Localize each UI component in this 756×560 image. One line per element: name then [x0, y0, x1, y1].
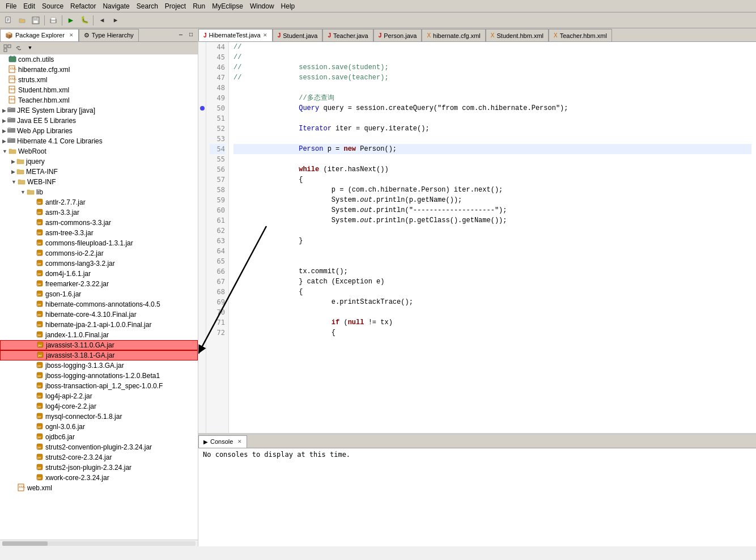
- tree-menu-btn[interactable]: ▼: [25, 43, 35, 53]
- tab-package-explorer[interactable]: 📦 Package Explorer ✕: [0, 29, 79, 41]
- console-close[interactable]: ✕: [237, 439, 242, 444]
- tab-hibernatetest[interactable]: J HibernateTest.java ✕: [198, 29, 273, 41]
- code-line[interactable]: tx.commit();: [233, 266, 751, 277]
- code-line[interactable]: System.out.println(p.getClass().getName(…: [233, 215, 751, 226]
- tree-item[interactable]: hbmTeacher.hbm.xml: [0, 95, 198, 105]
- code-line[interactable]: System.out.println("--------------------…: [233, 205, 751, 215]
- tree-item[interactable]: jarojdbc6.jar: [0, 432, 198, 442]
- menu-myeclipse[interactable]: MyEclipse: [209, 1, 247, 11]
- tree-item[interactable]: jarxwork-core-2.3.24.jar: [0, 473, 198, 483]
- folder-arrow[interactable]: ▶: [11, 169, 15, 175]
- code-line[interactable]: //: [233, 42, 751, 52]
- tree-item[interactable]: ▼WebRoot: [0, 146, 198, 156]
- tree-item[interactable]: ▼WEB-INF: [0, 177, 198, 187]
- folder-arrow[interactable]: ▶: [2, 138, 6, 144]
- tree-item[interactable]: jarjboss-logging-3.1.3.GA.jar: [0, 360, 198, 371]
- folder-arrow[interactable]: ▶: [2, 118, 6, 124]
- code-line[interactable]: Iterator iter = query.iterate();: [233, 124, 751, 134]
- tree-item[interactable]: jarcommons-lang3-3.2.jar: [0, 258, 198, 269]
- code-line[interactable]: Query query = session.createQuery("from …: [233, 103, 751, 113]
- toolbar-new[interactable]: [2, 14, 15, 27]
- tree-item[interactable]: jarstruts2-core-2.3.24.jar: [0, 452, 198, 463]
- tab-hibernatetest-close[interactable]: ✕: [263, 32, 267, 38]
- code-view[interactable]: 4445464748495051525354555657585960616263…: [198, 42, 756, 433]
- tree-item[interactable]: jarcommons-io-2.2.jar: [0, 248, 198, 258]
- tab-type-hierarchy[interactable]: ⚙ Type Hierarchy: [79, 29, 139, 41]
- tree-item[interactable]: jarhibernate-jpa-2.1-api-1.0.0.Final.jar: [0, 320, 198, 330]
- tree-item[interactable]: jarognl-3.0.6.jar: [0, 422, 198, 432]
- code-line[interactable]: }: [233, 236, 751, 246]
- tab-teacher[interactable]: J Teacher.java: [322, 29, 373, 41]
- code-line[interactable]: // session.save(teacher);: [233, 73, 751, 83]
- menu-navigate[interactable]: Navigate: [99, 1, 133, 11]
- code-line[interactable]: [233, 83, 751, 93]
- toolbar-print[interactable]: [47, 14, 60, 27]
- code-line[interactable]: // session.save(student);: [233, 62, 751, 73]
- code-line[interactable]: {: [233, 175, 751, 185]
- code-line[interactable]: [233, 113, 751, 124]
- tree-item[interactable]: com.ch.utils: [0, 54, 198, 65]
- tab-hibernate-cfg[interactable]: X hibernate.cfg.xml: [422, 29, 485, 41]
- h-scroll-track[interactable]: [2, 541, 196, 546]
- tab-teacher-hbm[interactable]: X Teacher.hbm.xml: [549, 29, 612, 41]
- code-line[interactable]: //: [233, 52, 751, 62]
- link-btn[interactable]: [14, 43, 24, 53]
- package-explorer-close[interactable]: ✕: [69, 32, 74, 38]
- tree-item[interactable]: XMLweb.xml: [0, 483, 198, 493]
- toolbar-run[interactable]: ▶: [65, 14, 77, 27]
- code-line[interactable]: [233, 307, 751, 317]
- tree-hscrollbar[interactable]: [0, 540, 198, 546]
- code-line[interactable]: [233, 154, 751, 164]
- code-line[interactable]: e.printStackTrace();: [233, 297, 751, 307]
- menu-window[interactable]: Window: [247, 1, 278, 11]
- tree-item[interactable]: ▶META-INF: [0, 167, 198, 177]
- folder-arrow[interactable]: ▼: [20, 189, 26, 195]
- code-line[interactable]: } catch (Exception e): [233, 277, 751, 287]
- tree-item[interactable]: ▼lib: [0, 187, 198, 197]
- tab-student[interactable]: J Student.java: [273, 29, 323, 41]
- tree-item[interactable]: jarstruts2-convention-plugin-2.3.24.jar: [0, 442, 198, 452]
- tab-person[interactable]: J Person.java: [373, 29, 422, 41]
- folder-arrow[interactable]: ▼: [2, 149, 7, 154]
- code-line[interactable]: if (null != tx): [233, 317, 751, 328]
- code-line[interactable]: Person p = new Person();: [233, 144, 751, 154]
- tree-item[interactable]: jarstruts2-json-plugin-2.3.24.jar: [0, 463, 198, 473]
- toolbar-save[interactable]: [29, 14, 42, 27]
- code-line[interactable]: p = (com.ch.hibernate.Person) iter.next(…: [233, 185, 751, 195]
- menu-refactor[interactable]: Refactor: [67, 1, 99, 11]
- tab-console[interactable]: ▶ Console ✕: [198, 435, 247, 448]
- tree-scroll-content[interactable]: com.ch.utilsXMLhibernate.cfg.xmlXMLstrut…: [0, 54, 198, 540]
- minimize-btn[interactable]: —: [176, 31, 185, 40]
- tree-item[interactable]: jarjboss-transaction-api_1.2_spec-1.0.0.…: [0, 381, 198, 391]
- tree-item[interactable]: jarjavassist-3.11.0.GA.jar: [0, 340, 198, 350]
- tree-item[interactable]: ▶jquery: [0, 156, 198, 167]
- toolbar-debug[interactable]: 🐛: [78, 14, 91, 27]
- toolbar-open[interactable]: [16, 14, 28, 27]
- code-line[interactable]: [233, 226, 751, 236]
- collapse-all-btn[interactable]: [2, 43, 12, 53]
- h-scroll-thumb[interactable]: [2, 541, 48, 546]
- tree-item[interactable]: jarmysql-connector-5.1.8.jar: [0, 411, 198, 422]
- maximize-btn[interactable]: □: [186, 31, 196, 40]
- code-line[interactable]: {: [233, 328, 751, 338]
- code-line[interactable]: [233, 246, 751, 256]
- code-line[interactable]: [233, 256, 751, 266]
- tree-item[interactable]: jarjandex-1.1.0.Final.jar: [0, 330, 198, 340]
- code-line[interactable]: while (iter.hasNext()): [233, 164, 751, 175]
- code-line[interactable]: [233, 134, 751, 144]
- tree-item[interactable]: ▶Java EE 5 Libraries: [0, 116, 198, 126]
- toolbar-back[interactable]: ◀: [96, 14, 108, 27]
- folder-arrow[interactable]: ▶: [2, 128, 6, 134]
- tree-item[interactable]: XMLstruts.xml: [0, 75, 198, 85]
- menu-search[interactable]: Search: [133, 1, 162, 11]
- folder-arrow[interactable]: ▶: [2, 108, 6, 113]
- menu-help[interactable]: Help: [278, 1, 299, 11]
- tree-item[interactable]: jarasm-3.3.jar: [0, 207, 198, 218]
- tree-item[interactable]: jardom4j-1.6.1.jar: [0, 269, 198, 279]
- tree-item[interactable]: jarjboss-logging-annotations-1.2.0.Beta1: [0, 371, 198, 381]
- toolbar-fwd[interactable]: ▶: [109, 14, 122, 27]
- tree-item[interactable]: jarasm-tree-3.3.jar: [0, 228, 198, 238]
- code-content[interactable]: ////// session.save(student);// session.…: [229, 42, 756, 433]
- menu-file[interactable]: File: [2, 1, 20, 11]
- folder-arrow[interactable]: ▶: [11, 159, 15, 164]
